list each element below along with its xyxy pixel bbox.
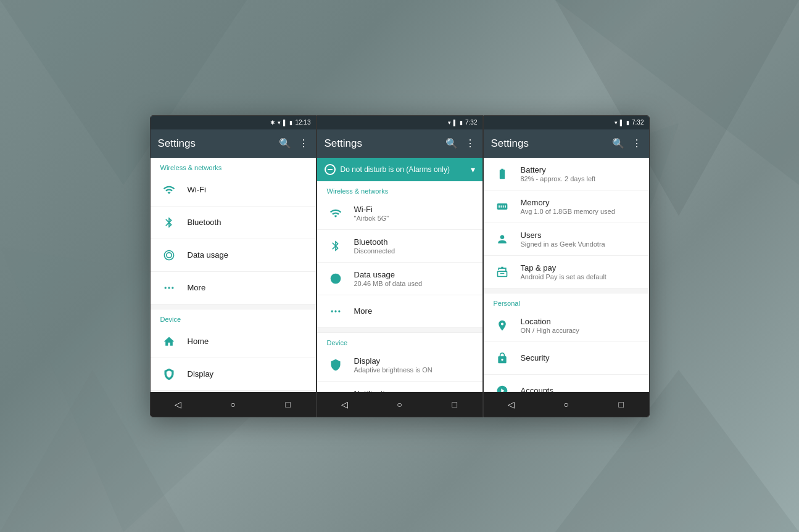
wifi-icon-1 xyxy=(160,181,178,198)
display-item-1[interactable]: Display xyxy=(151,358,316,391)
battery-title-3: Battery xyxy=(521,165,639,174)
wifi-status-icon: ▾ xyxy=(278,120,281,126)
tap-subtitle-3: Android Pay is set as default xyxy=(521,273,639,280)
svg-point-8 xyxy=(166,252,171,257)
data-item-2[interactable]: Data usage 20.46 MB of data used xyxy=(317,263,482,295)
bluetooth-item-1[interactable]: Bluetooth xyxy=(151,207,316,239)
search-icon-1[interactable]: 🔍 xyxy=(279,137,291,149)
data-title-2: Data usage xyxy=(354,270,473,279)
memory-text-3: Memory Avg 1.0 of 1.8GB memory used xyxy=(521,198,639,215)
back-button-3[interactable]: ◁ xyxy=(499,392,523,417)
security-item-3[interactable]: Security xyxy=(484,342,649,375)
phone-3: ▾ ▌ ▮ 7:32 Settings 🔍 ⋮ Battery 82% - ap… xyxy=(483,115,650,417)
memory-subtitle-3: Avg 1.0 of 1.8GB memory used xyxy=(521,208,639,215)
home-button-3[interactable]: ○ xyxy=(553,392,578,417)
display-item-2[interactable]: Display Adaptive brightness is ON xyxy=(317,349,482,382)
battery-subtitle-3: 82% - approx. 2 days left xyxy=(521,175,639,182)
bluetooth-icon-1 xyxy=(160,214,178,231)
phone-1: ✱ ▾ ▌ ▮ 12:13 Settings 🔍 ⋮ Wireless & ne… xyxy=(150,115,317,417)
more-title-2: More xyxy=(354,306,473,316)
back-button-1[interactable]: ◁ xyxy=(165,392,190,417)
bluetooth-text-1: Bluetooth xyxy=(188,218,306,227)
home-button-2[interactable]: ○ xyxy=(387,392,412,417)
phones-container: ✱ ▾ ▌ ▮ 12:13 Settings 🔍 ⋮ Wireless & ne… xyxy=(150,115,650,417)
location-subtitle-3: ON / High accuracy xyxy=(521,327,639,334)
more-item-1[interactable]: More xyxy=(151,272,316,305)
wifi-status-icon-3: ▾ xyxy=(615,120,618,126)
data-text-1: Data usage xyxy=(188,250,306,260)
more-item-2[interactable]: More xyxy=(317,295,482,328)
tap-text-3: Tap & pay Android Pay is set as default xyxy=(521,263,639,280)
section-label-device-2: Device xyxy=(317,333,482,349)
memory-title-3: Memory xyxy=(521,198,639,207)
recents-button-1[interactable]: □ xyxy=(276,392,300,417)
dnd-chevron-icon: ▾ xyxy=(471,165,475,174)
bluetooth-subtitle-2: Disconnected xyxy=(354,247,473,255)
svg-point-14 xyxy=(334,310,336,312)
bluetooth-status-icon: ✱ xyxy=(270,120,275,126)
wifi-item-1[interactable]: Wi-Fi xyxy=(151,174,316,207)
security-title-3: Security xyxy=(521,353,639,362)
status-bar-2: ▾ ▌ ▮ 7:32 xyxy=(317,116,482,129)
battery-status-icon: ▮ xyxy=(289,120,292,126)
battery-icon-3 xyxy=(494,165,511,182)
data-icon-2 xyxy=(327,270,344,287)
battery-status-icon-3: ▮ xyxy=(626,120,629,126)
phone-2: ▾ ▌ ▮ 7:32 Settings 🔍 ⋮ Do not disturb i… xyxy=(317,115,483,417)
wifi-text-1: Wi-Fi xyxy=(188,185,306,194)
app-header-2: Settings 🔍 ⋮ xyxy=(317,129,482,158)
data-item-1[interactable]: Data usage xyxy=(151,239,316,272)
more-icon-item-1 xyxy=(160,279,178,297)
svg-point-9 xyxy=(164,287,166,289)
dnd-circle-icon xyxy=(325,164,336,175)
users-icon-3 xyxy=(494,231,511,248)
bluetooth-title-1: Bluetooth xyxy=(188,218,306,227)
nav-bar-2: ◁ ○ □ xyxy=(317,392,482,417)
home-button-1[interactable]: ○ xyxy=(220,392,245,417)
signal-status-icon: ▌ xyxy=(283,120,287,126)
users-subtitle-3: Signed in as Geek Vundotra xyxy=(521,240,639,248)
status-time-3: 7:32 xyxy=(632,119,644,126)
dnd-text: Do not disturb is on (Alarms only) xyxy=(341,165,466,174)
dnd-banner[interactable]: Do not disturb is on (Alarms only) ▾ xyxy=(317,158,482,181)
battery-item-3[interactable]: Battery 82% - approx. 2 days left xyxy=(484,158,649,190)
phone-content-1: Wireless & networks Wi-Fi Bluetooth xyxy=(151,158,316,392)
more-icon-2[interactable]: ⋮ xyxy=(465,137,475,149)
location-item-3[interactable]: Location ON / High accuracy xyxy=(484,309,649,342)
battery-status-icon-2: ▮ xyxy=(460,120,463,126)
display-title-2: Display xyxy=(354,356,473,366)
nav-bar-1: ◁ ○ □ xyxy=(151,392,316,417)
notifications-item-2[interactable]: Notifications 48 apps installed xyxy=(317,382,482,392)
accounts-item-3[interactable]: Accounts xyxy=(484,375,649,392)
section-label-wireless-1: Wireless & networks xyxy=(151,158,316,174)
search-icon-2[interactable]: 🔍 xyxy=(445,137,458,149)
data-text-2: Data usage 20.46 MB of data used xyxy=(354,270,473,287)
accounts-icon-3 xyxy=(494,382,511,392)
home-item-1[interactable]: Home xyxy=(151,325,316,358)
memory-icon-3 xyxy=(494,198,511,215)
tap-item-3[interactable]: Tap & pay Android Pay is set as default xyxy=(484,256,649,289)
svg-point-11 xyxy=(172,287,173,289)
accounts-title-3: Accounts xyxy=(521,386,639,392)
more-icon-1[interactable]: ⋮ xyxy=(299,137,308,149)
more-icon-3[interactable]: ⋮ xyxy=(632,137,642,149)
wifi-item-2[interactable]: Wi-Fi "Airbok 5G" xyxy=(317,197,482,230)
wifi-subtitle-2: "Airbok 5G" xyxy=(354,215,473,222)
back-button-2[interactable]: ◁ xyxy=(332,392,357,417)
security-icon-3 xyxy=(494,350,511,367)
svg-point-12 xyxy=(331,274,340,283)
more-text-1: More xyxy=(188,283,306,292)
status-bar-3: ▾ ▌ ▮ 7:32 xyxy=(484,116,649,129)
users-item-3[interactable]: Users Signed in as Geek Vundotra xyxy=(484,223,649,256)
tap-title-3: Tap & pay xyxy=(521,263,639,272)
bluetooth-item-2[interactable]: Bluetooth Disconnected xyxy=(317,230,482,263)
recents-button-3[interactable]: □ xyxy=(609,392,634,417)
search-icon-3[interactable]: 🔍 xyxy=(612,137,624,149)
wifi-title-1: Wi-Fi xyxy=(188,185,306,194)
display-title-1: Display xyxy=(188,369,306,379)
more-text-2: More xyxy=(354,306,473,316)
home-title-1: Home xyxy=(188,337,306,346)
memory-item-3[interactable]: Memory Avg 1.0 of 1.8GB memory used xyxy=(484,190,649,223)
recents-button-2[interactable]: □ xyxy=(442,392,467,417)
more-title-1: More xyxy=(188,283,306,292)
